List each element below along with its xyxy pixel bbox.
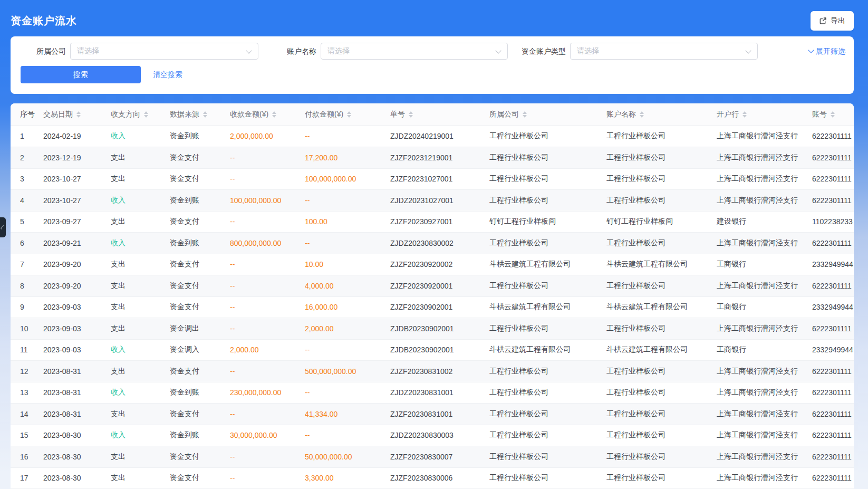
cell-income-amount: -- [230, 318, 305, 340]
company-select[interactable]: 请选择 [70, 43, 258, 60]
cell-bank: 上海工商银行漕河泾支行 [717, 425, 812, 446]
cell-payment-amount: 50,000,000.00 [305, 446, 390, 468]
cell-date: 2023-08-30 [43, 446, 111, 468]
cell-account-name: 工程行业样板公司 [606, 404, 717, 425]
cell-company: 工程行业样板公司 [489, 382, 606, 404]
sort-control[interactable] [523, 111, 527, 118]
column-header: 单号 [390, 103, 489, 126]
cell-company: 工程行业样板公司 [489, 318, 606, 340]
cell-payment-amount: 4,000.00 [305, 275, 390, 297]
cell-direction: 支出 [111, 275, 170, 297]
sort-control[interactable] [347, 111, 351, 118]
cell-date: 2023-09-21 [43, 233, 111, 254]
account-name-select[interactable]: 请选择 [321, 43, 508, 60]
expand-filters-link[interactable]: 展开筛选 [809, 43, 845, 60]
cell-direction: 收入 [111, 126, 170, 147]
cell-account-no: 1102238233 [812, 211, 854, 233]
cell-date: 2023-08-31 [43, 382, 111, 404]
cell-seq: 15 [11, 425, 43, 446]
cell-bank: 上海工商银行漕河泾支行 [717, 168, 812, 190]
export-button[interactable]: 导出 [811, 11, 854, 31]
cell-source: 资金到账 [170, 382, 230, 404]
clear-search-link[interactable]: 清空搜索 [153, 66, 182, 83]
cell-date: 2023-09-03 [43, 339, 111, 361]
cell-bank: 上海工商银行漕河泾支行 [717, 404, 812, 425]
cell-company: 斗栱云建筑工程有限公司 [489, 339, 606, 361]
search-button[interactable]: 搜索 [21, 66, 141, 83]
cell-source: 资金支付 [170, 275, 230, 297]
cell-payment-amount: 41,334.00 [305, 404, 390, 425]
sort-control[interactable] [742, 111, 747, 118]
column-header-label: 所属公司 [489, 110, 519, 119]
account-name-select-placeholder: 请选择 [327, 46, 350, 56]
sort-control[interactable] [76, 111, 81, 118]
cell-company: 工程行业样板公司 [489, 126, 606, 147]
filter-card: 所属公司 请选择 账户名称 请选择 资金账户类型 请选择 展开筛选 搜索 清空搜… [11, 36, 854, 94]
cell-account-no: 6222301111 [812, 233, 854, 254]
sort-control[interactable] [203, 111, 207, 118]
cell-account-no: 6222301111 [812, 446, 854, 468]
table-row: 122023-08-31支出资金支付--500,000,000.00ZJZF20… [11, 361, 854, 382]
cell-account-no: 6222301111 [812, 275, 854, 297]
cell-source: 资金到账 [170, 126, 230, 147]
cell-date: 2023-08-31 [43, 404, 111, 425]
sort-control[interactable] [409, 111, 413, 118]
cell-source: 资金支付 [170, 254, 230, 275]
cell-account-name: 工程行业样板公司 [606, 318, 717, 340]
cell-account-no: 6222301111 [812, 147, 854, 169]
column-header-label: 收款金额(¥) [230, 110, 268, 119]
cell-seq: 12 [11, 361, 43, 382]
sort-control[interactable] [640, 111, 644, 118]
cell-income-amount: 800,000,000.00 [230, 233, 305, 254]
table-row: 132023-08-31收入资金到账230,000,000.00--ZJDZ20… [11, 382, 854, 404]
cell-payment-amount: 10.00 [305, 254, 390, 275]
cell-income-amount: 100,000,000.00 [230, 190, 305, 212]
sort-control[interactable] [831, 111, 835, 118]
cell-direction: 收入 [111, 339, 170, 361]
column-header-label: 账号 [812, 110, 827, 119]
table-row: 102023-09-03支出资金调出--2,000.00ZJDB20230902… [11, 318, 854, 340]
account-type-select-placeholder: 请选择 [577, 46, 599, 56]
table-row: 72023-09-20支出资金支付--10.00ZJZF20230920002斗… [11, 254, 854, 275]
cell-direction: 支出 [111, 361, 170, 382]
company-select-placeholder: 请选择 [77, 46, 99, 56]
cell-order-no: ZJZF20230831002 [390, 361, 489, 382]
cell-date: 2023-08-31 [43, 361, 111, 382]
cell-income-amount: -- [230, 254, 305, 275]
cell-company: 工程行业样板公司 [489, 467, 606, 489]
cell-income-amount: -- [230, 446, 305, 468]
table-row: 42023-10-27收入资金到账100,000,000.00--ZJDZ202… [11, 190, 854, 212]
cell-account-name: 工程行业样板公司 [606, 467, 717, 489]
cell-account-no: 6222301111 [812, 318, 854, 340]
cell-seq: 16 [11, 446, 43, 468]
cell-direction: 支出 [111, 404, 170, 425]
cell-account-name: 工程行业样板公司 [606, 275, 717, 297]
cell-order-no: ZJDB20230902001 [390, 318, 489, 340]
cell-order-no: ZJZF20231027001 [390, 168, 489, 190]
cell-seq: 7 [11, 254, 43, 275]
cell-seq: 3 [11, 168, 43, 190]
sort-control[interactable] [272, 111, 276, 118]
caret-up-icon [409, 111, 413, 114]
cell-order-no: ZJZF20230830006 [390, 467, 489, 489]
cell-payment-amount: -- [305, 233, 390, 254]
cell-bank: 上海工商银行漕河泾支行 [717, 382, 812, 404]
column-header-label: 付款金额(¥) [305, 110, 343, 119]
cell-direction: 收入 [111, 190, 170, 212]
caret-down-icon [76, 115, 81, 118]
cell-payment-amount: -- [305, 339, 390, 361]
cell-bank: 工商银行 [717, 339, 812, 361]
cell-seq: 1 [11, 126, 43, 147]
caret-up-icon [347, 111, 351, 114]
drawer-handle[interactable] [0, 217, 6, 237]
cell-date: 2023-12-19 [43, 147, 111, 169]
cell-account-no: 6222301111 [812, 467, 854, 489]
table-row: 12024-02-19收入资金到账2,000,000.00--ZJDZ20240… [11, 126, 854, 147]
sort-control[interactable] [144, 111, 148, 118]
account-type-select[interactable]: 请选择 [570, 43, 758, 60]
table-row: 92023-09-03支出资金支付--16,000.00ZJZF20230902… [11, 296, 854, 318]
cell-source: 资金支付 [170, 147, 230, 169]
caret-down-icon [272, 115, 276, 118]
cell-account-name: 工程行业样板公司 [606, 425, 717, 446]
cell-date: 2023-09-27 [43, 211, 111, 233]
